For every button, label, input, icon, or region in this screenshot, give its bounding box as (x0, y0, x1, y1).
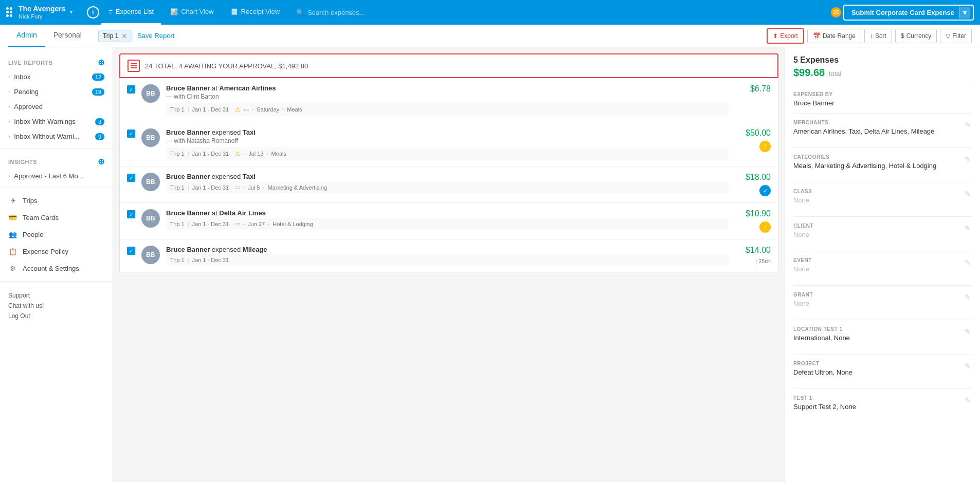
export-button[interactable]: ⬆ Export (767, 28, 804, 44)
grant-edit-icon[interactable]: ✎ (964, 292, 972, 302)
sidebar-item-inbox-no-warnings[interactable]: › Inbox Without Warni... 9 (0, 129, 113, 144)
sidebar-item-expense-policy[interactable]: 📋 Expense Policy (0, 243, 113, 260)
expense-amount-1: $6.78 (750, 84, 771, 94)
sidebar-item-people[interactable]: 👥 People (0, 226, 113, 243)
brand-user: Nick Fury (19, 13, 66, 20)
arrow-icon: › (8, 74, 10, 80)
chart-icon: 📊 (170, 8, 178, 15)
sidebar-item-approved[interactable]: › Approved (0, 99, 113, 114)
expense-title-1: Bruce Banner at American Airlines (166, 84, 729, 92)
add-live-report-icon[interactable]: ⊕ (98, 58, 105, 67)
expense-meta-1: Trip 1 | Jan 1 - Dec 31 ⚠ ▭ · Saturday ·… (166, 103, 729, 116)
avatar-1: BB (141, 84, 160, 103)
test-edit-icon[interactable]: ✎ (964, 395, 972, 405)
date-range-button[interactable]: 📅 Date Range (807, 29, 861, 43)
add-insight-icon[interactable]: ⊕ (98, 157, 105, 166)
support-link[interactable]: Support (8, 292, 104, 299)
location-label: LOCATION TEST 1 (793, 326, 964, 332)
trips-icon: ✈ (8, 197, 17, 205)
submit-corporate-card-button[interactable]: Submit Corporate Card Expense ▾ (843, 5, 974, 21)
tab-receipt-view[interactable]: 🧾 Receipt View (223, 0, 287, 25)
policy-icon: 📋 (8, 248, 17, 255)
sidebar-item-team-cards[interactable]: 💳 Team Cards (0, 209, 113, 226)
currency-icon: $ (901, 32, 904, 40)
chat-link[interactable]: Chat with us! (8, 302, 104, 309)
test-label: TEST 1 (793, 395, 964, 401)
arrow-icon: › (8, 104, 10, 109)
expense-list-icon: ≡ (108, 8, 113, 16)
sidebar-item-account-settings[interactable]: ⚙ Account & Settings (0, 260, 113, 277)
sort-button[interactable]: ↕ Sort (864, 29, 892, 43)
arrow-icon: › (8, 134, 10, 139)
pending-badge: 19 (92, 88, 104, 96)
receipt-icon-1: ▭ (244, 106, 249, 113)
arrow-icon: › (8, 89, 10, 95)
list-header-text: 24 TOTAL, 4 AWAITING YOUR APPROVAL, $1,4… (145, 62, 308, 70)
checkbox-1[interactable]: ✓ (127, 85, 135, 94)
expense-title-5: Bruce Banner expensed Mileage (166, 246, 729, 253)
sidebar-item-inbox-warnings[interactable]: › Inbox With Warnings 3 (0, 114, 113, 129)
expense-amount-3: $18.00 (746, 173, 771, 182)
filter-button[interactable]: ▽ Filter (940, 29, 972, 43)
expense-card-1[interactable]: ✓ BB Bruce Banner at American Airlines —… (119, 78, 778, 122)
tab-admin[interactable]: Admin (8, 25, 45, 47)
inbox-warnings-badge: 3 (95, 118, 104, 125)
merchants-edit-icon[interactable]: ✎ (964, 120, 972, 130)
logout-link[interactable]: Log Out (8, 312, 104, 320)
checkbox-3[interactable]: ✓ (127, 174, 135, 182)
sidebar-item-pending[interactable]: › Pending 19 (0, 84, 113, 99)
mileage-label: | 25mi (755, 258, 771, 264)
warning-icon: ⚠ (235, 106, 241, 113)
project-label: PROJECT (793, 361, 964, 366)
project-edit-icon[interactable]: ✎ (964, 361, 972, 371)
avatar-2: BB (141, 128, 160, 147)
expense-subtitle-1: — with Clint Barton (166, 93, 729, 100)
categories-value: Meals, Marketing & Advertising, Hotel & … (793, 162, 964, 170)
expense-card-3[interactable]: ✓ BB Bruce Banner expensed Taxi Trip 1 |… (119, 166, 778, 203)
brand-logo[interactable]: The Avengers Nick Fury ▾ (6, 5, 72, 20)
avatar-5: BB (141, 246, 160, 264)
expensed-by-value: Bruce Banner (793, 99, 972, 107)
export-icon: ⬆ (773, 32, 778, 40)
arrow-icon: › (8, 119, 10, 124)
checkbox-5[interactable]: ✓ (127, 247, 135, 255)
detail-amount: $99.68 (793, 67, 825, 78)
event-edit-icon[interactable]: ✎ (964, 257, 972, 268)
expense-card-4[interactable]: ✓ BB Bruce Banner at Delta Air Lines Tri… (119, 203, 778, 239)
save-report-button[interactable]: Save Report (137, 32, 174, 40)
search-bar[interactable]: 🔍 Search expenses... (289, 9, 372, 16)
merchants-label: MERCHANTS (793, 120, 964, 125)
cards-icon: 💳 (8, 214, 17, 221)
checkbox-4[interactable]: ✓ (127, 210, 135, 218)
report-tag[interactable]: Trip 1 ✕ (98, 30, 132, 42)
expense-title-3: Bruce Banner expensed Taxi (166, 173, 729, 180)
status-badge-4: ! (759, 221, 771, 233)
avatar-3: BB (141, 173, 160, 191)
test-value: Support Test 2, None (793, 403, 964, 411)
client-label: CLIENT (793, 223, 964, 229)
tab-personal[interactable]: Personal (45, 25, 90, 47)
event-value: None (793, 265, 964, 273)
sidebar-item-approved-last6[interactable]: › Approved - Last 6 Mo... (0, 169, 113, 183)
brand-name: The Avengers (19, 5, 66, 13)
client-edit-icon[interactable]: ✎ (964, 223, 972, 233)
sidebar-item-trips[interactable]: ✈ Trips (0, 192, 113, 209)
expense-card-2[interactable]: ✓ BB Bruce Banner expensed Taxi — with N… (119, 122, 778, 166)
notification-badge[interactable]: 25 (831, 7, 841, 17)
second-navigation: Admin Personal Trip 1 ✕ Save Report ⬆ Ex… (0, 25, 980, 47)
location-edit-icon[interactable]: ✎ (964, 326, 972, 337)
tab-expense-list[interactable]: ≡ Expense List (101, 0, 161, 25)
location-value: International, None (793, 334, 964, 342)
currency-button[interactable]: $ Currency (895, 29, 937, 43)
expense-card-5[interactable]: ✓ BB Bruce Banner expensed Mileage Trip … (119, 239, 778, 272)
categories-edit-icon[interactable]: ✎ (964, 154, 972, 164)
report-tag-close-icon[interactable]: ✕ (121, 32, 128, 40)
search-icon: 🔍 (296, 9, 304, 16)
sidebar-item-inbox[interactable]: › Inbox 12 (0, 69, 113, 84)
arrow-icon: › (8, 173, 10, 179)
info-icon[interactable]: i (87, 6, 99, 18)
class-edit-icon[interactable]: ✎ (964, 189, 972, 199)
checkbox-2[interactable]: ✓ (127, 129, 135, 138)
grant-label: GRANT (793, 292, 964, 298)
tab-chart-view[interactable]: 📊 Chart View (163, 0, 221, 25)
